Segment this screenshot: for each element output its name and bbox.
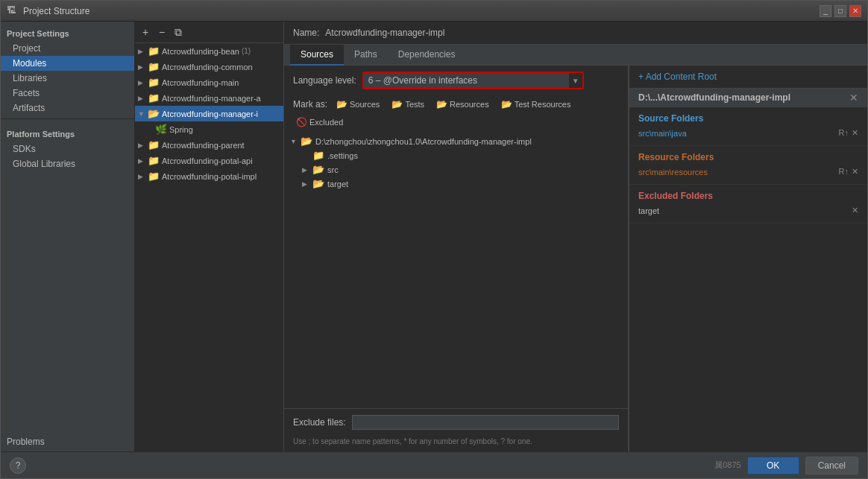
copy-module-button[interactable]: ⧉: [171, 25, 186, 39]
minimize-button[interactable]: _: [820, 5, 831, 17]
excluded-folders-section: Excluded Folders target ✕: [629, 185, 867, 223]
file-tree-root-label: D:\zhongchou\zhongchou1.0\Atcrowdfunding…: [315, 137, 532, 146]
tree-arrow: ▼: [138, 110, 145, 118]
sidebar-item-sdks[interactable]: SDKs: [1, 142, 134, 156]
tree-item-spring[interactable]: 🌿 Spring: [135, 121, 283, 137]
mark-as-label: Mark as:: [293, 99, 327, 110]
sources-left: Language level: 6 – @Override in interfa…: [284, 66, 629, 451]
tree-item-label: Atcrowdfunding-bean: [162, 47, 239, 56]
resource-folders-title: Resource Folders: [638, 152, 858, 162]
excluded-folder-actions: ✕: [852, 206, 858, 215]
folder-icon: 📂: [312, 164, 324, 175]
close-button[interactable]: ✕: [849, 5, 861, 17]
cancel-button[interactable]: Cancel: [805, 457, 858, 475]
remove-module-button[interactable]: −: [154, 25, 169, 39]
sidebar: Project Settings Project Modules Librari…: [1, 22, 135, 451]
tab-sources[interactable]: Sources: [290, 45, 344, 66]
content-root-path-label: D:\...\Atcrowdfunding-manager-impl: [638, 92, 790, 103]
tree-item-atcrowdfunding-common[interactable]: ▶ 📁 Atcrowdfunding-common: [135, 59, 283, 74]
tab-dependencies[interactable]: Dependencies: [388, 45, 466, 66]
bottom-right: 属0875 OK Cancel: [714, 457, 858, 475]
file-tree-settings[interactable]: 📁 .settings: [284, 148, 628, 162]
file-tree-item-label: .settings: [327, 151, 358, 160]
name-row: Name: Atcrowdfunding-manager-impl: [284, 22, 867, 45]
tree-arrow: ▼: [290, 138, 298, 145]
mark-as-sources-button[interactable]: 📂 Sources: [333, 98, 383, 110]
file-tree-area: ▼ 📂 D:\zhongchou\zhongchou1.0\Atcrowdfun…: [284, 131, 628, 408]
tree-arrow: ▶: [138, 157, 145, 165]
exclude-files-input[interactable]: [352, 415, 619, 430]
tree-item-label: Atcrowdfunding-potal-impl: [162, 172, 257, 181]
tree-item-atcrowdfunding-parent[interactable]: ▶ 📁 Atcrowdfunding-parent: [135, 137, 283, 153]
sidebar-item-label: Libraries: [13, 73, 47, 83]
sidebar-item-problems[interactable]: Problems: [1, 432, 134, 451]
tree-item-atcrowdfunding-potal-api[interactable]: ▶ 📁 Atcrowdfunding-potal-api: [135, 153, 283, 168]
sidebar-item-facets[interactable]: Facets: [1, 86, 134, 101]
folder-icon: 📁: [148, 92, 160, 104]
source-folders-title: Source Folders: [638, 113, 858, 124]
file-tree-item-label: target: [327, 180, 348, 188]
file-tree-target[interactable]: ▶ 📂 target: [284, 177, 628, 191]
tree-arrow: ▶: [138, 48, 145, 55]
resource-folder-edit-button[interactable]: R↑: [839, 167, 849, 177]
resource-folder-actions: R↑ ✕: [839, 167, 858, 177]
mark-as-tests-button[interactable]: 📂 Tests: [389, 98, 427, 110]
add-content-root-button[interactable]: + Add Content Root: [638, 72, 717, 82]
sidebar-item-modules[interactable]: Modules: [1, 56, 134, 71]
resource-folders-section: Resource Folders src\main\resources R↑ ✕: [629, 146, 867, 185]
file-tree-src[interactable]: ▶ 📂 src: [284, 162, 628, 177]
sidebar-item-project[interactable]: Project: [1, 41, 134, 56]
project-settings-title: Project Settings: [1, 25, 134, 41]
source-folder-edit-button[interactable]: R↑: [839, 128, 849, 138]
add-module-button[interactable]: +: [138, 25, 153, 39]
tree-item-atcrowdfunding-manager-a[interactable]: ▶ 📁 Atcrowdfunding-manager-a: [135, 90, 283, 106]
folder-icon: 📁: [312, 150, 324, 161]
info-panel-header: + Add Content Root: [629, 66, 867, 89]
resource-folder-entry: src\main\resources R↑ ✕: [638, 165, 858, 178]
tree-item-label: Atcrowdfunding-main: [162, 78, 239, 87]
tree-item-atcrowdfunding-manager-i[interactable]: ▼ 📂 Atcrowdfunding-manager-i: [135, 106, 283, 121]
sidebar-item-artifacts[interactable]: Artifacts: [1, 101, 134, 115]
tree-arrow: ▶: [138, 79, 145, 86]
sidebar-item-label: Global Libraries: [13, 159, 75, 169]
source-folder-remove-button[interactable]: ✕: [852, 128, 858, 138]
language-level-row: Language level: 6 – @Override in interfa…: [284, 66, 628, 95]
folder-icon: 📂: [312, 178, 324, 189]
help-button[interactable]: ?: [10, 457, 26, 474]
mark-as-resources-button[interactable]: 📂 Resources: [433, 98, 492, 110]
folder-open-icon: 📂: [148, 108, 160, 119]
folder-icon: 📁: [148, 155, 160, 166]
ok-button[interactable]: OK: [747, 457, 799, 475]
sidebar-separator: [1, 118, 134, 119]
file-tree-root[interactable]: ▼ 📂 D:\zhongchou\zhongchou1.0\Atcrowdfun…: [284, 134, 628, 148]
maximize-button[interactable]: □: [834, 5, 846, 17]
folder-icon: 📁: [148, 61, 160, 72]
folder-icon: 📁: [148, 171, 160, 182]
content-root-path: D:\...\Atcrowdfunding-manager-impl ✕: [629, 89, 867, 107]
sidebar-item-libraries[interactable]: Libraries: [1, 71, 134, 86]
sidebar-item-global-libraries[interactable]: Global Libraries: [1, 156, 134, 171]
language-level-select[interactable]: 6 – @Override in interfaces 7 – Diamonds…: [364, 73, 569, 88]
source-folder-path: src\main\java: [638, 129, 687, 138]
name-value: Atcrowdfunding-manager-impl: [325, 28, 444, 38]
tab-paths[interactable]: Paths: [344, 45, 388, 66]
excluded-folders-title: Excluded Folders: [638, 191, 858, 201]
tree-item-atcrowdfunding-potal-impl[interactable]: ▶ 📁 Atcrowdfunding-potal-impl: [135, 168, 283, 184]
excluded-folder-remove-button[interactable]: ✕: [852, 206, 858, 215]
resources-folder-icon: 📂: [436, 99, 447, 110]
folder-icon: 📂: [301, 136, 312, 147]
excluded-folder-entry: target ✕: [638, 204, 858, 217]
tree-item-atcrowdfunding-main[interactable]: ▶ 📁 Atcrowdfunding-main: [135, 74, 283, 90]
info-panel: + Add Content Root D:\...\Atcrowdfunding…: [629, 66, 867, 451]
bottom-extra-info: 属0875: [714, 460, 740, 471]
tree-item-label: Atcrowdfunding-common: [162, 63, 253, 72]
tabs-bar: Sources Paths Dependencies: [284, 45, 867, 66]
name-label: Name:: [293, 28, 319, 38]
close-content-root-button[interactable]: ✕: [849, 92, 858, 104]
mark-as-test-resources-button[interactable]: 📂 Test Resources: [498, 98, 574, 110]
sources-folder-icon: 📂: [336, 99, 347, 110]
resource-folder-remove-button[interactable]: ✕: [852, 167, 858, 177]
exclude-files-row: Exclude files:: [284, 408, 628, 436]
mark-as-excluded-button[interactable]: 🚫 Excluded: [293, 116, 346, 128]
tree-item-atcrowdfunding-bean[interactable]: ▶ 📁 Atcrowdfunding-bean (1): [135, 43, 283, 59]
